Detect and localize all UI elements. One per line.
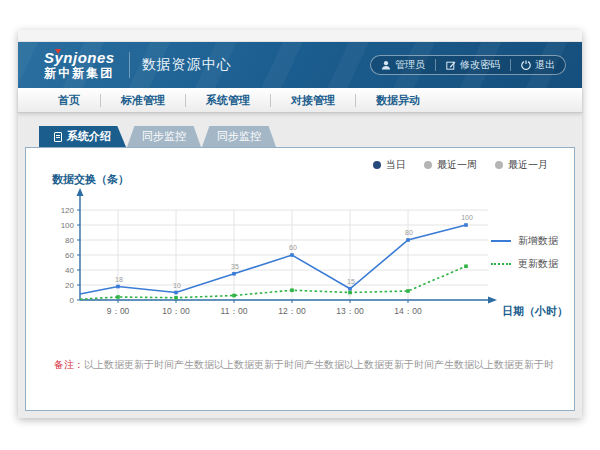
logout-button[interactable]: 退出 — [511, 56, 565, 74]
user-label: 管理员 — [395, 58, 425, 72]
radio-dot-icon — [495, 161, 503, 169]
radio-dot-icon — [424, 161, 432, 169]
svg-text:35: 35 — [231, 263, 239, 270]
svg-text:120: 120 — [61, 206, 75, 215]
svg-text:60: 60 — [289, 244, 297, 251]
user-toolbar: 管理员 修改密码 退出 — [370, 55, 566, 75]
app-header: Synjones 新中新集团 数据资源中心 管理员 修改密码 — [18, 42, 582, 88]
window-top-strip — [18, 30, 582, 42]
chart-container: 9：0010：0011：0012：0013：0014：0002040608010… — [38, 188, 568, 338]
radio-label: 最近一月 — [508, 158, 548, 172]
svg-text:100: 100 — [61, 221, 75, 230]
footnote: 备注：以上数据更新于时间产生数据以上数据更新于时间产生数据以上数据更新于时间产生… — [54, 358, 554, 372]
svg-text:日期（小时）: 日期（小时） — [502, 305, 568, 318]
logout-label: 退出 — [535, 58, 555, 72]
svg-text:20: 20 — [65, 281, 74, 290]
tab-sync-monitor-2[interactable]: 同步监控 — [202, 126, 276, 147]
svg-text:14：00: 14：00 — [394, 306, 422, 316]
legend-label: 更新数据 — [518, 257, 558, 271]
tab-sync-monitor-1[interactable]: 同步监控 — [127, 126, 201, 147]
radio-label: 最近一周 — [437, 158, 477, 172]
svg-text:60: 60 — [65, 251, 74, 260]
logo-text-en: Synjones — [44, 50, 115, 66]
chart-legend: 新增数据 更新数据 — [491, 234, 558, 271]
svg-text:0: 0 — [70, 296, 75, 305]
nav-item-standard-mgmt[interactable]: 标准管理 — [101, 93, 185, 108]
svg-text:13：00: 13：00 — [336, 306, 364, 316]
chart-panel: 当日 最近一周 最近一月 数据交换（条） 9：0010：0011：0012：00… — [25, 147, 575, 411]
footnote-text: 以上数据更新于时间产生数据以上数据更新于时间产生数据以上数据更新于时间产生数据以… — [84, 359, 554, 370]
user-menu-button[interactable]: 管理员 — [371, 56, 435, 74]
edit-icon — [446, 60, 456, 70]
svg-text:100: 100 — [461, 214, 473, 221]
solid-line-icon — [491, 240, 511, 242]
y-axis-title: 数据交换（条） — [52, 172, 129, 187]
app-window: Synjones 新中新集团 数据资源中心 管理员 修改密码 — [18, 30, 582, 418]
power-icon — [521, 60, 531, 70]
change-password-button[interactable]: 修改密码 — [436, 56, 510, 74]
footnote-prefix: 备注： — [54, 359, 84, 370]
tab-label: 同步监控 — [217, 129, 261, 144]
radio-today[interactable]: 当日 — [373, 158, 406, 172]
page-title: 数据资源中心 — [142, 56, 232, 74]
header-divider — [129, 52, 130, 78]
radio-dot-icon — [373, 161, 381, 169]
svg-text:10: 10 — [173, 282, 181, 289]
svg-text:80: 80 — [405, 229, 413, 236]
tab-label: 系统介绍 — [67, 129, 111, 144]
legend-item-new-data: 新增数据 — [491, 234, 558, 248]
radio-label: 当日 — [386, 158, 406, 172]
user-icon — [381, 60, 391, 70]
legend-label: 新增数据 — [518, 234, 558, 248]
svg-text:18: 18 — [115, 276, 123, 283]
logo-accent-mark — [55, 49, 61, 54]
svg-text:12：00: 12：00 — [278, 306, 306, 316]
svg-text:11：00: 11：00 — [221, 306, 248, 316]
svg-text:9：00: 9：00 — [107, 306, 130, 316]
radio-last-week[interactable]: 最近一周 — [424, 158, 477, 172]
tab-system-intro[interactable]: 系统介绍 — [39, 126, 126, 147]
svg-text:40: 40 — [65, 266, 74, 275]
brand-logo: Synjones 新中新集团 — [44, 50, 115, 79]
radio-last-month[interactable]: 最近一月 — [495, 158, 548, 172]
nav-item-home[interactable]: 首页 — [18, 93, 100, 108]
svg-text:10：00: 10：00 — [162, 306, 190, 316]
time-range-filter: 当日 最近一周 最近一月 — [373, 158, 548, 172]
line-chart: 9：0010：0011：0012：0013：0014：0002040608010… — [38, 188, 568, 338]
tab-label: 同步监控 — [142, 129, 186, 144]
document-icon — [54, 132, 62, 142]
content-area: 系统介绍 同步监控 同步监控 当日 最近一周 — [18, 113, 582, 418]
dotted-line-icon — [491, 263, 511, 265]
logo-text-cn: 新中新集团 — [44, 67, 115, 80]
main-nav: 首页 标准管理 系统管理 对接管理 数据异动 — [18, 88, 582, 113]
svg-text:15: 15 — [347, 278, 355, 285]
tab-bar: 系统介绍 同步监控 同步监控 — [39, 126, 575, 147]
svg-text:80: 80 — [65, 236, 74, 245]
nav-item-data-change[interactable]: 数据异动 — [356, 93, 440, 108]
change-password-label: 修改密码 — [460, 58, 500, 72]
nav-item-system-mgmt[interactable]: 系统管理 — [186, 93, 270, 108]
nav-item-interface-mgmt[interactable]: 对接管理 — [271, 93, 355, 108]
legend-item-updated-data: 更新数据 — [491, 257, 558, 271]
